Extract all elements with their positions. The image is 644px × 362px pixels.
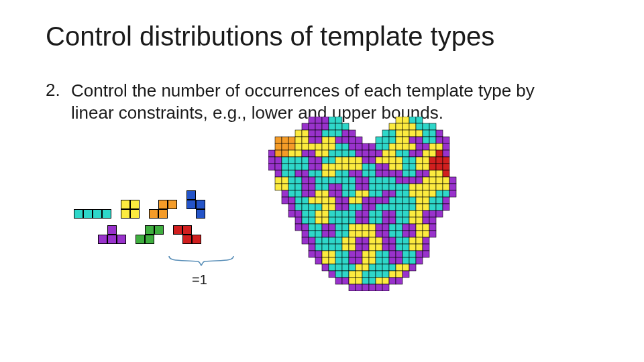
svg-rect-338 [362, 210, 369, 217]
svg-rect-51 [342, 137, 349, 143]
svg-rect-12 [322, 123, 329, 130]
svg-rect-232 [322, 184, 329, 190]
svg-rect-499 [342, 271, 349, 278]
svg-rect-494 [396, 264, 402, 271]
svg-rect-42 [282, 137, 288, 143]
svg-rect-182 [342, 170, 349, 177]
svg-rect-408 [409, 231, 416, 237]
svg-rect-452 [329, 251, 335, 257]
svg-rect-10 [309, 123, 315, 130]
svg-rect-503 [369, 271, 376, 278]
svg-rect-336 [349, 210, 356, 217]
svg-rect-373 [309, 224, 315, 231]
svg-rect-466 [423, 251, 429, 257]
svg-rect-412 [302, 237, 309, 244]
svg-rect-135 [382, 157, 389, 164]
svg-rect-382 [369, 224, 376, 231]
tetromino-S [136, 225, 164, 244]
svg-rect-407 [402, 231, 409, 237]
svg-rect-19 [409, 123, 416, 130]
svg-rect-228 [295, 184, 302, 190]
svg-rect-514 [369, 278, 376, 284]
svg-rect-395 [322, 231, 329, 237]
svg-rect-132 [362, 157, 369, 164]
svg-rect-136 [389, 157, 396, 164]
svg-rect-390 [423, 224, 429, 231]
svg-rect-199 [282, 177, 288, 184]
svg-rect-8 [416, 117, 423, 123]
svg-rect-402 [369, 231, 376, 237]
svg-rect-394 [315, 231, 322, 237]
svg-rect-493 [389, 264, 396, 271]
svg-rect-137 [396, 157, 402, 164]
svg-rect-9 [302, 123, 309, 130]
svg-rect-94 [288, 150, 295, 157]
svg-rect-190 [396, 170, 402, 177]
svg-rect-481 [409, 257, 416, 264]
svg-rect-468 [322, 257, 329, 264]
svg-rect-371 [295, 224, 302, 231]
svg-rect-41 [275, 137, 282, 143]
svg-rect-327 [288, 210, 295, 217]
svg-rect-470 [335, 257, 342, 264]
svg-rect-363 [382, 217, 389, 224]
svg-rect-305 [302, 204, 309, 210]
svg-rect-139 [409, 157, 416, 164]
svg-rect-89 [436, 143, 443, 150]
svg-rect-342 [389, 210, 396, 217]
svg-rect-227 [288, 184, 295, 190]
svg-rect-283 [315, 197, 322, 204]
svg-rect-396 [329, 231, 335, 237]
svg-rect-122 [295, 157, 302, 164]
svg-rect-353 [315, 217, 322, 224]
svg-rect-346 [416, 210, 423, 217]
svg-rect-310 [335, 204, 342, 210]
svg-rect-474 [362, 257, 369, 264]
svg-rect-276 [443, 190, 449, 197]
svg-rect-370 [429, 217, 436, 224]
svg-rect-125 [315, 157, 322, 164]
svg-rect-516 [382, 278, 389, 284]
svg-rect-411 [429, 231, 436, 237]
svg-rect-144 [443, 157, 449, 164]
svg-rect-57 [396, 137, 402, 143]
svg-rect-435 [335, 244, 342, 251]
svg-rect-509 [335, 278, 342, 284]
svg-rect-240 [376, 184, 382, 190]
svg-rect-269 [396, 190, 402, 197]
svg-rect-441 [376, 244, 382, 251]
svg-rect-172 [275, 170, 282, 177]
svg-rect-413 [309, 237, 315, 244]
svg-rect-369 [423, 217, 429, 224]
svg-rect-188 [382, 170, 389, 177]
svg-rect-23 [295, 130, 302, 137]
svg-rect-85 [409, 143, 416, 150]
svg-rect-271 [409, 190, 416, 197]
svg-rect-210 [356, 177, 362, 184]
svg-rect-178 [315, 170, 322, 177]
svg-rect-16 [389, 123, 396, 130]
svg-rect-429 [416, 237, 423, 244]
svg-rect-278 [282, 197, 288, 204]
svg-rect-302 [443, 197, 449, 204]
svg-rect-150 [302, 164, 309, 170]
svg-rect-281 [302, 197, 309, 204]
tetromino-I [74, 209, 111, 219]
svg-rect-345 [409, 210, 416, 217]
svg-rect-88 [429, 143, 436, 150]
svg-rect-106 [369, 150, 376, 157]
svg-rect-97 [309, 150, 315, 157]
svg-rect-455 [349, 251, 356, 257]
svg-rect-29 [335, 130, 342, 137]
svg-rect-344 [402, 210, 409, 217]
svg-rect-87 [423, 143, 429, 150]
svg-rect-358 [349, 217, 356, 224]
svg-rect-224 [449, 177, 456, 184]
svg-rect-110 [396, 150, 402, 157]
svg-rect-226 [282, 184, 288, 190]
svg-rect-461 [389, 251, 396, 257]
svg-rect-515 [376, 278, 382, 284]
svg-rect-65 [275, 143, 282, 150]
brace-icon [168, 255, 235, 267]
slide-title: Control distributions of template types [0, 0, 644, 52]
